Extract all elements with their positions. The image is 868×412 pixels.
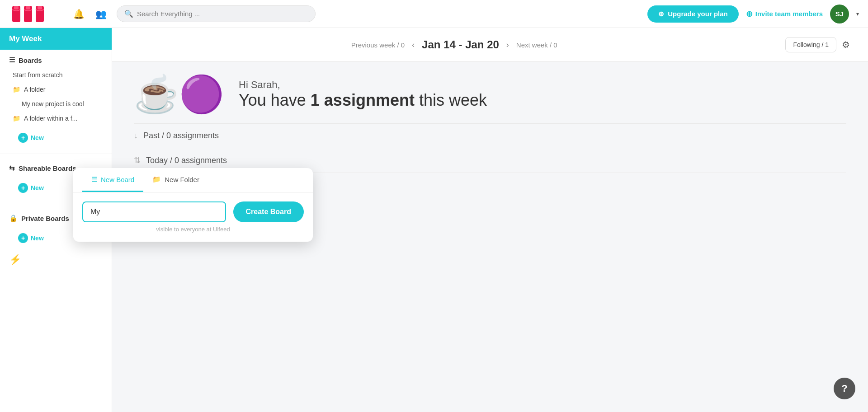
new-board-popup: ☰ New Board 📁 New Folder Create Board vi… <box>73 168 313 242</box>
popup-tabs: ☰ New Board 📁 New Folder <box>73 168 313 192</box>
popup-hint: visible to everyone at Uifeed <box>73 222 313 233</box>
folder-tab-icon: 📁 <box>152 175 161 183</box>
board-name-input[interactable] <box>82 201 226 222</box>
help-button[interactable]: ? <box>834 378 855 399</box>
tab-new-board[interactable]: ☰ New Board <box>82 168 143 192</box>
create-board-button[interactable]: Create Board <box>233 201 304 222</box>
tab-board-label: New Board <box>101 176 134 183</box>
popup-body: Create Board <box>73 192 313 222</box>
board-tab-icon: ☰ <box>91 175 97 183</box>
tab-new-folder[interactable]: 📁 New Folder <box>143 168 208 192</box>
tab-folder-label: New Folder <box>165 176 199 183</box>
popup-overlay: ☰ New Board 📁 New Folder Create Board vi… <box>0 0 868 412</box>
